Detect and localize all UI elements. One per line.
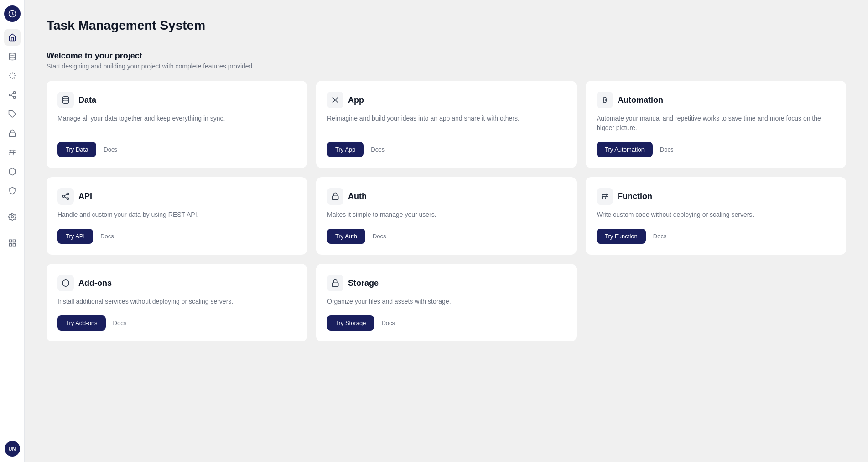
- svg-point-32: [62, 195, 65, 198]
- svg-line-8: [10, 77, 10, 78]
- try-auth-button[interactable]: Try Auth: [327, 229, 365, 244]
- cards-grid: Data Manage all your data together and k…: [47, 81, 846, 341]
- card-addons: Add-ons Install additional services with…: [47, 264, 307, 341]
- docs-storage-button[interactable]: Docs: [381, 320, 395, 326]
- card-api: API Handle and custom your data by using…: [47, 177, 307, 255]
- card-actions-addons: Try Add-ons Docs: [57, 315, 296, 331]
- cards-row-0: Data Manage all your data together and k…: [47, 81, 846, 168]
- card-description-addons: Install additional services without depl…: [57, 297, 296, 306]
- svg-point-10: [13, 92, 16, 94]
- card-description-api: Handle and custom your data by using RES…: [57, 210, 296, 220]
- svg-point-30: [606, 100, 607, 101]
- page-title: Task Management System: [47, 18, 846, 33]
- sidebar-divider: [5, 204, 19, 204]
- sidebar-divider-2: [5, 230, 19, 230]
- sidebar-item-lock[interactable]: [4, 125, 21, 142]
- card-title-storage: Storage: [348, 278, 379, 288]
- card-icon-app: [327, 92, 343, 108]
- svg-point-31: [67, 193, 69, 195]
- card-actions-auth: Try Auth Docs: [327, 229, 566, 244]
- try-api-button[interactable]: Try API: [57, 229, 93, 244]
- cards-row-1: API Handle and custom your data by using…: [47, 177, 846, 255]
- svg-point-12: [13, 96, 16, 99]
- svg-rect-25: [13, 244, 15, 246]
- sidebar-item-shield[interactable]: [4, 183, 21, 199]
- svg-point-29: [603, 100, 604, 101]
- cards-row-2: Add-ons Install additional services with…: [47, 264, 846, 341]
- card-app: App Reimagine and build your ideas into …: [316, 81, 577, 168]
- svg-line-13: [11, 95, 13, 97]
- card-description-automation: Automate your manual and repetitive work…: [597, 114, 835, 133]
- docs-api-button[interactable]: Docs: [100, 233, 114, 240]
- card-title-data: Data: [78, 95, 96, 105]
- docs-data-button[interactable]: Docs: [104, 146, 117, 153]
- card-icon-automation: [597, 92, 613, 108]
- sidebar-item-tag[interactable]: [4, 106, 21, 122]
- sidebar-item-function[interactable]: [4, 144, 21, 161]
- main-content: Task Management System Welcome to your p…: [25, 0, 868, 462]
- try-app-button[interactable]: Try App: [327, 142, 364, 157]
- card-actions-api: Try API Docs: [57, 229, 296, 244]
- sidebar-item-home[interactable]: [4, 29, 21, 46]
- card-description-data: Manage all your data together and keep e…: [57, 114, 296, 133]
- welcome-title: Welcome to your project: [47, 51, 846, 61]
- card-title-auth: Auth: [348, 192, 367, 201]
- card-description-storage: Organize your files and assets with stor…: [327, 297, 566, 306]
- sidebar-item-api[interactable]: [4, 87, 21, 103]
- card-icon-function: [597, 188, 613, 205]
- welcome-section: Welcome to your project Start designing …: [47, 51, 846, 70]
- svg-rect-36: [332, 196, 338, 200]
- card-actions-storage: Try Storage Docs: [327, 315, 566, 331]
- svg-line-14: [11, 93, 13, 94]
- sidebar-item-tools[interactable]: [4, 68, 21, 84]
- card-description-auth: Makes it simple to manage your users.: [327, 210, 566, 220]
- svg-point-26: [62, 97, 69, 99]
- svg-point-21: [11, 216, 13, 218]
- card-actions-data: Try Data Docs: [57, 142, 296, 157]
- sidebar-item-database[interactable]: [4, 48, 21, 65]
- card-icon-addons: [57, 275, 74, 291]
- docs-auth-button[interactable]: Docs: [373, 233, 386, 240]
- card-icon-api: [57, 188, 74, 205]
- card-header-addons: Add-ons: [57, 275, 296, 291]
- card-header-automation: Automation: [597, 92, 835, 108]
- docs-app-button[interactable]: Docs: [371, 146, 385, 153]
- card-function: Function Write custom code without deplo…: [586, 177, 846, 255]
- card-actions-automation: Try Automation Docs: [597, 142, 835, 157]
- sidebar: UN: [0, 0, 25, 462]
- docs-automation-button[interactable]: Docs: [660, 146, 674, 153]
- card-data: Data Manage all your data together and k…: [47, 81, 307, 168]
- svg-line-5: [14, 77, 15, 78]
- svg-rect-22: [9, 240, 11, 242]
- sidebar-item-grid[interactable]: [4, 235, 21, 251]
- card-header-auth: Auth: [327, 188, 566, 205]
- try-addons-button[interactable]: Try Add-ons: [57, 315, 106, 331]
- card-title-api: API: [78, 192, 92, 201]
- svg-rect-23: [13, 240, 15, 242]
- card-header-function: Function: [597, 188, 835, 205]
- svg-rect-24: [9, 244, 11, 246]
- card-title-app: App: [348, 95, 364, 105]
- card-header-data: Data: [57, 92, 296, 108]
- svg-point-33: [67, 198, 69, 200]
- card-storage: Storage Organize your files and assets w…: [316, 264, 577, 341]
- sidebar-item-settings[interactable]: [4, 209, 21, 225]
- sidebar-item-box[interactable]: [4, 163, 21, 180]
- card-description-app: Reimagine and build your ideas into an a…: [327, 114, 566, 133]
- svg-line-4: [10, 74, 10, 74]
- docs-function-button[interactable]: Docs: [653, 233, 667, 240]
- docs-addons-button[interactable]: Docs: [113, 320, 127, 326]
- card-icon-data: [57, 92, 74, 108]
- try-automation-button[interactable]: Try Automation: [597, 142, 653, 157]
- card-automation: Automation Automate your manual and repe…: [586, 81, 846, 168]
- try-storage-button[interactable]: Try Storage: [327, 315, 374, 331]
- card-auth: Auth Makes it simple to manage your user…: [316, 177, 577, 255]
- card-header-storage: Storage: [327, 275, 566, 291]
- card-header-app: App: [327, 92, 566, 108]
- try-data-button[interactable]: Try Data: [57, 142, 96, 157]
- user-avatar[interactable]: UN: [5, 441, 20, 457]
- sidebar-logo[interactable]: [4, 5, 21, 22]
- card-title-addons: Add-ons: [78, 278, 112, 288]
- svg-line-9: [14, 74, 15, 74]
- try-function-button[interactable]: Try Function: [597, 229, 646, 244]
